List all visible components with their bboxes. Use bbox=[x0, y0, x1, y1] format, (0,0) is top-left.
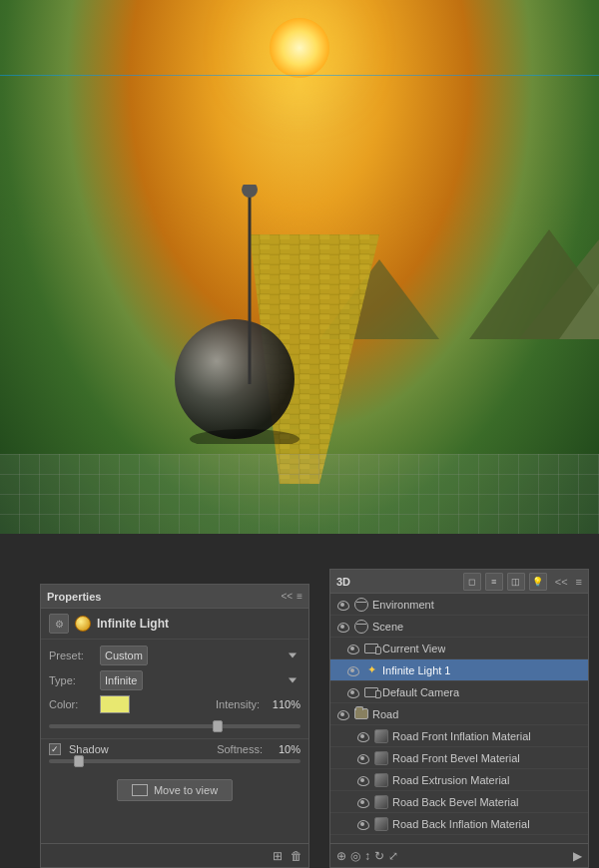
type-icon-road-front-inflation bbox=[374, 729, 388, 743]
d3-sphere-btn[interactable]: ◎ bbox=[350, 849, 360, 863]
type-select-arrow bbox=[289, 678, 297, 683]
type-icon-road-front-bevel bbox=[374, 751, 388, 765]
preset-label: Preset: bbox=[49, 650, 94, 661]
intensity-slider-thumb[interactable] bbox=[213, 720, 223, 732]
layer-item-road-back-bevel[interactable]: Road Back Bevel Material bbox=[330, 791, 588, 813]
type-icon-road-extrusion bbox=[374, 773, 388, 787]
light-pole bbox=[230, 185, 270, 384]
eye-icon-current-view[interactable] bbox=[346, 644, 360, 653]
type-row: Type: Infinite bbox=[49, 670, 300, 690]
type-icon-road-back-inflation bbox=[374, 817, 388, 831]
color-label: Color: bbox=[49, 698, 94, 710]
d3-tool-material-btn[interactable]: ◫ bbox=[507, 573, 525, 591]
grid-floor bbox=[0, 454, 599, 534]
d3-move-btn[interactable]: ↕ bbox=[364, 849, 370, 863]
properties-menu-btn[interactable]: ≡ bbox=[297, 591, 302, 602]
delete-layer-btn[interactable]: 🗑 bbox=[291, 849, 302, 863]
checkbox-check: ✓ bbox=[51, 745, 59, 754]
eye-icon-environment[interactable] bbox=[336, 600, 350, 610]
shadow-label: Shadow bbox=[69, 743, 109, 755]
sun bbox=[270, 18, 329, 78]
layer-label-default-camera: Default Camera bbox=[382, 686, 459, 698]
type-icon-road-back-bevel bbox=[374, 795, 388, 809]
type-icon-road bbox=[354, 708, 368, 719]
type-icon-infinite-light-1: ✦ bbox=[364, 663, 378, 677]
d3-scale-btn[interactable]: ⤢ bbox=[388, 849, 398, 863]
d3-tool-mesh-btn[interactable]: ≡ bbox=[485, 573, 503, 591]
layer-item-default-camera[interactable]: Default Camera bbox=[330, 681, 588, 703]
d3-title: 3D bbox=[336, 576, 350, 588]
type-icon-scene bbox=[354, 620, 368, 634]
light-type-icon bbox=[75, 616, 91, 632]
move-to-view-button[interactable]: Move to view bbox=[117, 779, 233, 801]
softness-slider-thumb[interactable] bbox=[74, 755, 84, 767]
layer-list: EnvironmentSceneCurrent View✦Infinite Li… bbox=[330, 594, 588, 843]
eye-icon-scene[interactable] bbox=[336, 622, 350, 632]
layer-item-road-extrusion[interactable]: Road Extrusion Material bbox=[330, 769, 588, 791]
type-select[interactable]: Infinite bbox=[100, 670, 143, 690]
d3-rotate-btn[interactable]: ↻ bbox=[374, 849, 384, 863]
layer-label-environment: Environment bbox=[372, 599, 434, 611]
color-swatch[interactable] bbox=[100, 695, 130, 713]
layer-label-road-back-inflation: Road Back Inflation Material bbox=[392, 818, 530, 830]
softness-label: Softness: bbox=[217, 743, 263, 755]
eye-icon-road-front-bevel[interactable] bbox=[356, 753, 370, 763]
move-icon bbox=[132, 784, 148, 796]
preset-select-arrow bbox=[289, 653, 297, 658]
eye-icon-infinite-light-1[interactable] bbox=[346, 665, 360, 675]
layer-item-road[interactable]: Road bbox=[330, 703, 588, 725]
preset-select[interactable]: Custom bbox=[100, 646, 148, 665]
layer-item-scene[interactable]: Scene bbox=[330, 616, 588, 638]
layer-label-infinite-light-1: Infinite Light 1 bbox=[382, 664, 451, 676]
preset-row: Preset: Custom bbox=[49, 646, 300, 665]
eye-icon-default-camera[interactable] bbox=[346, 687, 360, 697]
preset-select-wrapper: Custom bbox=[100, 646, 300, 665]
light-title-label: Infinite Light bbox=[97, 617, 169, 631]
eye-icon-road-back-inflation[interactable] bbox=[356, 819, 370, 829]
d3-panel-header: 3D ◻ ≡ ◫ 💡 << ≡ bbox=[330, 570, 588, 594]
type-label: Type: bbox=[49, 674, 94, 686]
form-section: Preset: Custom Type: Infinite Color: Int… bbox=[41, 640, 308, 724]
layer-item-infinite-light-1[interactable]: ✦Infinite Light 1 bbox=[330, 659, 588, 681]
d3-menu-btn[interactable]: ≡ bbox=[576, 576, 582, 588]
layer-item-current-view[interactable]: Current View bbox=[330, 638, 588, 659]
properties-panel-footer: ⊞ 🗑 bbox=[41, 843, 308, 867]
intensity-label: Intensity: bbox=[216, 698, 260, 710]
layer-item-road-front-inflation[interactable]: Road Front Inflation Material bbox=[330, 725, 588, 747]
d3-tool-scene-btn[interactable]: ◻ bbox=[463, 573, 481, 591]
type-icon-current-view bbox=[364, 644, 378, 653]
scene-background bbox=[0, 0, 599, 534]
d3-tool-light-btn[interactable]: 💡 bbox=[529, 573, 547, 591]
layer-label-road: Road bbox=[372, 708, 398, 720]
eye-icon-road-extrusion[interactable] bbox=[356, 775, 370, 785]
layer-label-road-front-inflation: Road Front Inflation Material bbox=[392, 730, 531, 742]
type-icon-environment bbox=[354, 598, 368, 612]
layer-item-environment[interactable]: Environment bbox=[330, 594, 588, 616]
d3-add-btn[interactable]: ⊕ bbox=[336, 849, 346, 863]
d3-render-btn[interactable]: ▶ bbox=[573, 849, 582, 863]
properties-title: Properties bbox=[47, 591, 101, 603]
d3-collapse-btn[interactable]: << bbox=[555, 576, 568, 588]
layer-label-road-front-bevel: Road Front Bevel Material bbox=[392, 752, 520, 764]
layer-label-scene: Scene bbox=[372, 621, 403, 633]
eye-icon-road-front-inflation[interactable] bbox=[356, 731, 370, 741]
intensity-slider-row bbox=[41, 724, 308, 738]
move-to-view-label: Move to view bbox=[154, 784, 218, 796]
layer-item-road-front-bevel[interactable]: Road Front Bevel Material bbox=[330, 747, 588, 769]
softness-slider-row bbox=[41, 759, 308, 773]
layer-label-road-extrusion: Road Extrusion Material bbox=[392, 774, 509, 786]
properties-collapse-btn[interactable]: << bbox=[281, 591, 293, 602]
layer-item-road-back-inflation[interactable]: Road Back Inflation Material bbox=[330, 813, 588, 835]
color-intensity-row: Color: Intensity: 110% bbox=[49, 695, 300, 713]
intensity-slider-track[interactable] bbox=[49, 724, 300, 728]
viewport bbox=[0, 0, 599, 534]
eye-icon-road-back-bevel[interactable] bbox=[356, 797, 370, 807]
d3-panel: 3D ◻ ≡ ◫ 💡 << ≡ EnvironmentSceneCurrent … bbox=[329, 569, 589, 868]
softness-slider-track[interactable] bbox=[49, 759, 300, 763]
softness-value: 10% bbox=[271, 743, 300, 755]
eye-icon-road[interactable] bbox=[336, 709, 350, 719]
layer-label-road-back-bevel: Road Back Bevel Material bbox=[392, 796, 519, 808]
add-layer-btn[interactable]: ⊞ bbox=[273, 849, 283, 863]
shadow-checkbox[interactable]: ✓ bbox=[49, 743, 61, 755]
properties-icon-btn[interactable]: ⚙ bbox=[49, 614, 69, 634]
